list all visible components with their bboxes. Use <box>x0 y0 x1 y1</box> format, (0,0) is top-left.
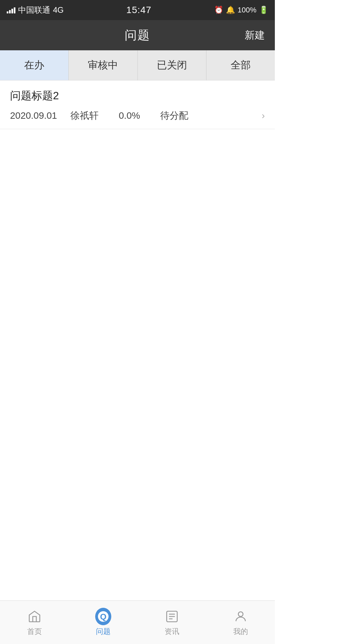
battery-icon: 🔋 <box>259 6 268 14</box>
issue-date: 2020.09.01 <box>10 110 57 121</box>
home-icon <box>26 608 43 625</box>
new-button[interactable]: 新建 <box>238 29 265 42</box>
issues-icon: Q <box>95 608 111 625</box>
status-bar: 中国联通 4G 15:47 ⏰ 🔔 100% 🔋 <box>0 0 275 20</box>
nav-item-home[interactable]: 首页 <box>0 601 69 644</box>
nav-label-mine: 我的 <box>233 627 248 637</box>
issue-meta: 2020.09.01 徐祇轩 0.0% 待分配 › <box>10 109 265 122</box>
bottom-nav: 首页 Q 问题 资讯 <box>0 600 275 644</box>
alarm-icon: 🔔 <box>226 6 235 14</box>
clock-icon: ⏰ <box>214 6 223 14</box>
list-item[interactable]: 问题标题2 2020.09.01 徐祇轩 0.0% 待分配 › <box>0 80 275 129</box>
issue-author: 徐祇轩 <box>70 109 99 122</box>
nav-item-issues[interactable]: Q 问题 <box>69 601 137 644</box>
nav-label-issues: 问题 <box>96 627 111 637</box>
issue-status: 待分配 <box>160 109 262 122</box>
svg-text:Q: Q <box>100 612 106 621</box>
tab-closed[interactable]: 已关闭 <box>138 50 206 80</box>
battery-label: 100% <box>238 6 256 14</box>
issue-title: 问题标题2 <box>10 89 265 103</box>
nav-item-mine[interactable]: 我的 <box>206 601 275 644</box>
tab-all[interactable]: 全部 <box>206 50 275 80</box>
news-icon <box>164 608 180 625</box>
carrier-label: 中国联通 <box>18 5 50 15</box>
tab-active[interactable]: 在办 <box>0 50 69 80</box>
time-display: 15:47 <box>126 5 152 15</box>
tab-reviewing[interactable]: 审核中 <box>69 50 137 80</box>
tabs-container: 在办 审核中 已关闭 全部 <box>0 50 275 80</box>
nav-item-news[interactable]: 资讯 <box>137 601 206 644</box>
status-left: 中国联通 4G <box>7 5 64 15</box>
network-label: 4G <box>53 5 64 15</box>
svg-point-6 <box>238 612 243 616</box>
chevron-right-icon: › <box>262 110 265 121</box>
page-title: 问题 <box>37 27 238 44</box>
status-right: ⏰ 🔔 100% 🔋 <box>214 6 268 14</box>
nav-label-home: 首页 <box>27 627 42 637</box>
header: 问题 新建 <box>0 20 275 50</box>
mine-icon <box>233 608 249 625</box>
signal-icon <box>7 7 15 13</box>
nav-label-news: 资讯 <box>165 627 179 637</box>
content-area: 问题标题2 2020.09.01 徐祇轩 0.0% 待分配 › <box>0 80 275 600</box>
issue-progress: 0.0% <box>119 110 140 121</box>
